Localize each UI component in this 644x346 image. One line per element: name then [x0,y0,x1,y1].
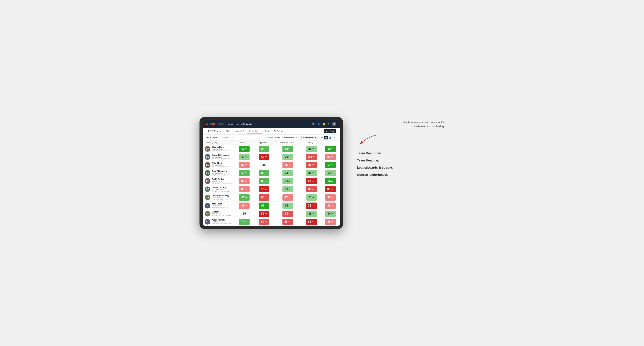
score-box: 958▲ [259,202,269,209]
score-box: 959▲ [325,146,336,152]
score-value: 83 [308,188,312,191]
player-club: St. George's Hill GC - Weybridge - Surre… [212,190,233,192]
score-value: 91 [327,196,330,199]
round-bar-green [289,137,294,138]
option-course-leaderboards[interactable]: Course leaderboards [357,171,444,178]
player-avatar: MM [205,211,210,216]
tab-pga[interactable]: PGA [224,129,232,134]
score-value: 75 [285,204,288,207]
annotation-arrow: This is where you can choose which dashb… [354,121,444,133]
score-change: -3▼ [331,197,334,198]
player-avatar: DB [205,170,210,176]
score-change: 8▲ [288,148,290,150]
player-cell[interactable]: ANAaron Nicholls11-15 HandicapDrift Golf… [203,218,234,226]
player-cell[interactable]: DFDavid Ford✓Plus HandicapRoyal North De… [203,177,234,185]
score-box: 799▲ [282,154,293,160]
view-download-btn[interactable]: ↓ [332,136,336,140]
score-off-tee: 846▲ [254,145,273,153]
score-box: 801▲ [282,186,293,192]
score-value: 92 [327,155,330,159]
add-team-button[interactable]: Add Team [324,129,336,133]
change-minus: -5 [282,137,283,139]
score-box: 86-6▼ [306,162,317,168]
table-row: ECEdward Crossman1-5 HandicapSunningdale… [203,153,340,161]
score-box: 77-14▼ [259,186,269,192]
score-value: 95 [328,147,331,151]
player-cell[interactable]: CRChris Robertson✓1-5 HandicapCraigmilla… [203,193,234,202]
score-off-tee: 88 [254,161,273,169]
score-change: -3▼ [264,213,267,214]
option-team-dashboard[interactable]: Team Dashboard [357,150,444,157]
player-club: Sunningdale Golf Club, United Kingdom [212,166,233,168]
bell-icon[interactable]: 🔔 [322,123,325,126]
player-handicap: 1-5 Handicap [212,205,233,207]
settings-icon[interactable]: ⚙ [328,123,330,126]
score-box: 943▲ [325,211,336,217]
avatar[interactable]: U [332,122,336,126]
player-cell[interactable]: BMBlair McHargPlus HandicapRoyal North D… [203,145,234,153]
score-box: 75-3▼ [282,162,293,168]
table-row: MMMatt Miller6-10 HandicapWoburn Golf Cl… [203,210,340,218]
score-change: -11▼ [312,205,315,206]
last-rounds-label: Last Rounds: [303,137,314,139]
score-value: 75 [285,163,288,167]
tab-all-players[interactable]: All Players [272,129,286,134]
score-value: 93 [242,147,245,151]
score-box: 83-3▼ [239,186,250,192]
score-value: 87 [242,155,245,159]
tab-team-clippd[interactable]: Team Clippd [247,129,262,134]
score-change: -4▼ [331,221,334,222]
score-change: 15▲ [312,156,315,158]
score-change: 9▲ [288,156,290,158]
score-value: 75 [243,212,246,215]
player-cell[interactable]: CQCharlie Quick✓6-10 HandicapSt. George'… [203,185,234,193]
score-player-quality: 87-3▼ [234,161,254,169]
score-change: 1▲ [331,172,333,174]
player-name: Elliot Ebert [212,162,233,164]
score-change: -3▼ [245,164,248,166]
score-value: 89 [327,204,330,207]
player-name: David Ford✓ [212,178,233,180]
player-cell[interactable]: DBDave Billingham1-5 HandicapGog Magog G… [203,169,234,177]
tab-hcaps[interactable]: Hcaps 1-5 [233,129,246,134]
nav-myperformance[interactable]: My Performance [236,122,252,126]
score-putting: 959▲ [321,145,340,153]
edit-icon[interactable]: ✏ [232,137,234,139]
player-cell[interactable]: EEElliot Ebert1-5 HandicapSunningdale Go… [203,161,234,169]
option-team-heatmap[interactable]: Team Heatmap [357,157,444,164]
score-value: 85 [241,179,244,183]
player-cell[interactable]: JCJosh Coles1-5 HandicapRoyal North Devo… [203,202,234,210]
search-icon[interactable]: 🔍 [312,123,315,126]
score-value: 103 [308,155,312,159]
score-box: 88 [259,162,269,168]
score-value: 95 [261,204,264,207]
score-box: 871▲ [239,154,250,160]
profile-icon[interactable]: 👤 [317,123,320,126]
table-row: DFDavid Ford✓Plus HandicapRoyal North De… [203,177,340,185]
tab-tour[interactable]: Tour [263,129,271,134]
score-change: 7▲ [264,180,267,182]
team-name: Team Clippd [206,137,218,139]
view-grid-btn[interactable]: ⊞ [320,136,324,140]
score-box: 60-1▼ [259,219,269,225]
nav-teams[interactable]: Teams [227,122,233,126]
player-cell[interactable]: ECEdward Crossman1-5 HandicapSunningdale… [203,153,234,161]
option-leaderboards[interactable]: Leaderboards & streaks [357,164,444,171]
player-handicap: 1-5 Handicap [212,164,233,166]
tab-pgat-players[interactable]: PGAT Players [206,129,223,134]
view-table-btn[interactable]: ▦ [324,136,328,140]
score-box: 803▲ [282,178,293,184]
score-value: 80 [285,188,288,191]
player-avatar: BM [205,146,210,152]
score-player-quality: 83-3▼ [234,185,254,193]
player-avatar: CQ [205,186,210,192]
player-avatar: EE [205,162,210,168]
player-name: Aaron Nicholls [212,219,233,221]
score-value: 86 [308,163,312,167]
score-value: 73 [260,155,264,159]
player-cell[interactable]: MMMatt Miller6-10 HandicapWoburn Golf Cl… [203,210,234,218]
view-avatar-btn[interactable]: 👤 [328,136,332,140]
last-rounds-button[interactable]: 📅 Last Rounds: 20 [299,136,318,140]
nav-home[interactable]: Home [218,122,224,126]
score-around-green: 83-6▼ [302,185,321,193]
